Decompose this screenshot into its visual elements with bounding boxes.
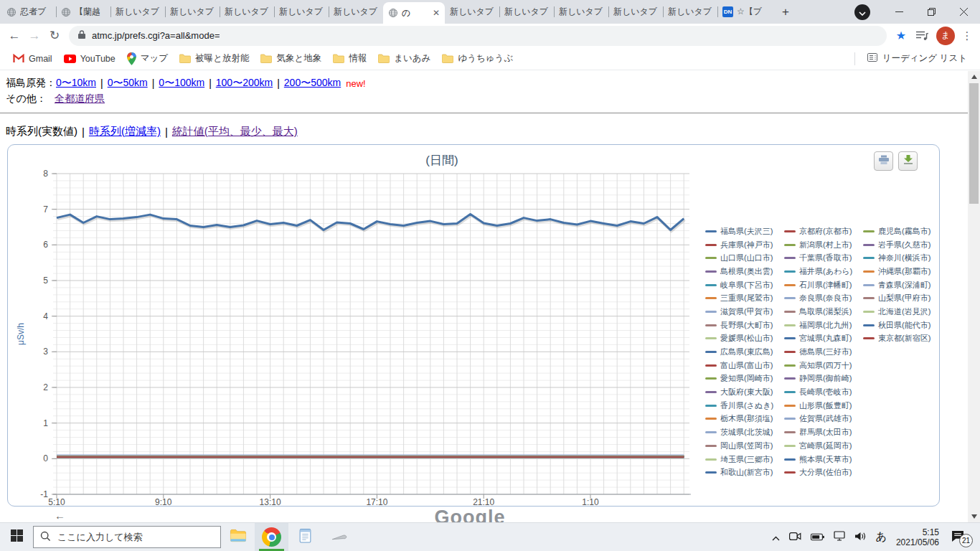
legend-item[interactable]: 沖縄県(那覇市) bbox=[863, 265, 942, 278]
ime-indicator[interactable]: あ bbox=[876, 530, 887, 544]
legend-item[interactable]: 山形県(飯豊町) bbox=[784, 399, 863, 413]
legend-item[interactable]: 徳島県(三好市) bbox=[784, 345, 863, 359]
legend-item[interactable]: 香川県(さぬき) bbox=[705, 399, 784, 413]
browser-tab[interactable]: 新しいタブ bbox=[165, 0, 220, 24]
legend-item[interactable]: 愛知県(岡崎市) bbox=[705, 372, 784, 386]
legend-item[interactable]: 鹿児島(霧島市) bbox=[863, 225, 942, 238]
page-link[interactable]: 200〜500km bbox=[284, 77, 341, 90]
page-link[interactable]: 0〜10km bbox=[56, 77, 96, 90]
legend-item[interactable]: 東京都(新宿区) bbox=[863, 332, 942, 346]
browser-tab[interactable]: 新しいタブ bbox=[554, 0, 608, 24]
bookmark-item[interactable]: Gmail bbox=[7, 52, 58, 66]
browser-tab[interactable]: 新しいタブ bbox=[608, 0, 663, 24]
minimize-button[interactable] bbox=[883, 0, 915, 24]
page-link[interactable]: 0〜100km bbox=[159, 77, 204, 90]
view-tab-3[interactable]: 統計値(平均、最少、最大) bbox=[172, 125, 298, 138]
legend-item[interactable]: 山梨県(甲府市) bbox=[863, 291, 942, 305]
browser-tab[interactable]: DN☆【ブ bbox=[717, 0, 772, 24]
legend-item[interactable]: 山口県(山口市) bbox=[705, 251, 784, 265]
browser-tab-active[interactable]: の✕ bbox=[383, 2, 445, 24]
bookmark-item[interactable]: 被曝と放射能 bbox=[174, 50, 255, 67]
browser-tab[interactable]: 新しいタブ bbox=[663, 0, 717, 24]
legend-item[interactable]: 兵庫県(神戸市) bbox=[705, 238, 784, 252]
bookmark-item[interactable]: まいあみ bbox=[372, 50, 436, 67]
browser-menu-icon[interactable]: ⋮ bbox=[958, 29, 976, 42]
tab-search-button[interactable] bbox=[854, 4, 870, 20]
page-link[interactable]: 全都道府県 bbox=[55, 93, 105, 105]
legend-item[interactable]: 石川県(津幡町) bbox=[784, 278, 863, 292]
scroll-left-arrow[interactable]: ← bbox=[55, 509, 65, 522]
bookmark-item[interactable]: ゆうちゅうぶ bbox=[436, 50, 519, 67]
legend-item[interactable]: 熊本県(天草市) bbox=[784, 453, 863, 466]
taskbar-notepad-button[interactable] bbox=[288, 523, 322, 551]
legend-item[interactable]: 福島県(夫沢三) bbox=[705, 225, 784, 238]
browser-tab[interactable]: 新しいタブ bbox=[110, 0, 165, 24]
scrollbar-thumb[interactable] bbox=[969, 83, 979, 204]
legend-item[interactable]: 島根県(奥出雲) bbox=[705, 265, 784, 278]
legend-item[interactable]: 和歌山(新宮市) bbox=[705, 466, 784, 479]
page-link[interactable]: 0〜50km bbox=[108, 77, 148, 90]
legend-item[interactable]: 茨城県(北茨城) bbox=[705, 425, 784, 439]
legend-item[interactable]: 福井県(あわら) bbox=[784, 265, 863, 278]
download-chart-button[interactable] bbox=[898, 151, 918, 171]
legend-item[interactable]: 宮城県(丸森町) bbox=[784, 332, 863, 346]
browser-tab[interactable]: 新しいタブ bbox=[274, 0, 329, 24]
taskbar-pen-button[interactable] bbox=[322, 523, 356, 551]
battery-icon[interactable] bbox=[811, 531, 824, 544]
taskbar-explorer-button[interactable] bbox=[221, 523, 255, 551]
scrollbar-down-arrow[interactable] bbox=[968, 511, 980, 522]
legend-item[interactable]: 岩手県(久慈市) bbox=[863, 238, 942, 252]
legend-item[interactable]: 秋田県(能代市) bbox=[863, 319, 942, 332]
tab-close-icon[interactable]: ✕ bbox=[433, 8, 440, 18]
legend-item[interactable]: 神奈川(横浜市) bbox=[863, 251, 942, 265]
legend-item[interactable]: 大阪府(東大阪) bbox=[705, 385, 784, 399]
legend-item[interactable]: 青森県(深浦町) bbox=[863, 278, 942, 292]
browser-tab[interactable]: 新しいタブ bbox=[329, 0, 383, 24]
new-tab-button[interactable]: + bbox=[776, 3, 795, 22]
browser-tab[interactable]: 新しいタブ bbox=[499, 0, 554, 24]
restore-button[interactable] bbox=[915, 0, 948, 24]
legend-item[interactable]: 富山県(富山市) bbox=[705, 359, 784, 372]
browser-tab[interactable]: 新しいタブ bbox=[220, 0, 274, 24]
bookmark-item[interactable]: YouTube bbox=[58, 52, 121, 66]
bookmark-item[interactable]: 情報 bbox=[327, 50, 372, 67]
legend-item[interactable]: 広島県(東広島) bbox=[705, 345, 784, 359]
profile-avatar[interactable]: ま bbox=[936, 27, 955, 45]
legend-item[interactable]: 岐阜県(下呂市) bbox=[705, 278, 784, 292]
reading-list-button[interactable]: リーディング リスト bbox=[861, 50, 973, 67]
tray-chevron-icon[interactable] bbox=[772, 531, 780, 544]
browser-tab[interactable]: 【蘭越 bbox=[56, 0, 110, 24]
legend-item[interactable]: 北海道(岩見沢) bbox=[863, 305, 942, 319]
scrollbar-up-arrow[interactable] bbox=[968, 71, 980, 83]
legend-item[interactable]: 栃木県(那須塩) bbox=[705, 413, 784, 426]
action-center-button[interactable]: 21 bbox=[951, 530, 964, 545]
browser-tab[interactable]: 新しいタブ bbox=[445, 0, 499, 24]
speaker-icon[interactable] bbox=[854, 531, 867, 544]
legend-item[interactable]: 長野県(大町市) bbox=[705, 319, 784, 332]
page-link[interactable]: 100〜200km bbox=[216, 77, 273, 90]
legend-item[interactable]: 埼玉県(三郷市) bbox=[705, 453, 784, 466]
print-chart-button[interactable] bbox=[874, 151, 893, 171]
legend-item[interactable]: 群馬県(太田市) bbox=[784, 425, 863, 439]
bookmark-star-icon[interactable]: ★ bbox=[891, 29, 911, 42]
legend-item[interactable]: 三重県(尾鷲市) bbox=[705, 291, 784, 305]
browser-tab[interactable]: 忍者ブ bbox=[1, 0, 56, 24]
legend-item[interactable]: 新潟県(村上市) bbox=[784, 238, 863, 252]
close-button[interactable] bbox=[948, 0, 980, 24]
legend-item[interactable]: 佐賀県(武雄市) bbox=[784, 413, 863, 426]
address-bar[interactable]: atmc.jp/prefs.cgi?a=all&mode= bbox=[69, 26, 887, 46]
legend-item[interactable]: 鳥取県(湯梨浜) bbox=[784, 305, 863, 319]
bookmark-item[interactable]: マップ bbox=[121, 50, 174, 67]
legend-item[interactable]: 奈良県(奈良市) bbox=[784, 291, 863, 305]
legend-item[interactable]: 高知県(四万十) bbox=[784, 359, 863, 372]
forward-button[interactable]: → bbox=[24, 26, 44, 46]
taskbar-chrome-button[interactable] bbox=[255, 523, 288, 551]
network-icon[interactable] bbox=[834, 531, 845, 544]
meet-now-icon[interactable] bbox=[789, 531, 801, 544]
view-tab-2[interactable]: 時系列(増減率) bbox=[89, 125, 161, 138]
legend-item[interactable]: 宮崎県(延岡市) bbox=[784, 439, 863, 453]
legend-item[interactable]: 滋賀県(甲賀市) bbox=[705, 305, 784, 319]
taskbar-clock[interactable]: 5:15 2021/05/06 bbox=[896, 527, 939, 547]
legend-item[interactable]: 静岡県(御前崎) bbox=[784, 372, 863, 386]
legend-item[interactable]: 長崎県(壱岐市) bbox=[784, 385, 863, 399]
